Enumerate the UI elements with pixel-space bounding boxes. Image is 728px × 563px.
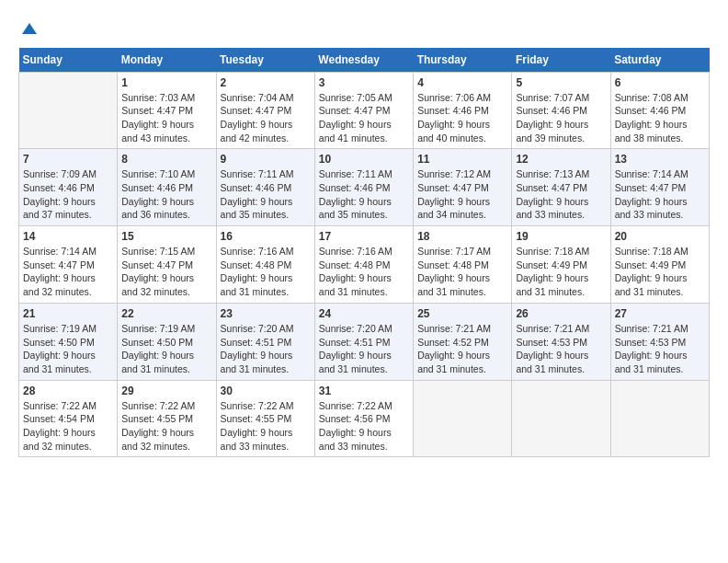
day-number: 19 (516, 230, 606, 243)
calendar-cell (610, 380, 709, 457)
calendar-cell: 10Sunrise: 7:11 AM Sunset: 4:46 PM Dayli… (314, 149, 413, 226)
calendar-cell: 18Sunrise: 7:17 AM Sunset: 4:48 PM Dayli… (414, 226, 512, 304)
calendar-cell: 2Sunrise: 7:04 AM Sunset: 4:47 PM Daylig… (216, 72, 314, 149)
calendar-cell: 1Sunrise: 7:03 AM Sunset: 4:47 PM Daylig… (118, 72, 216, 149)
calendar-week-row: 28Sunrise: 7:22 AM Sunset: 4:54 PM Dayli… (19, 380, 710, 457)
calendar-cell: 28Sunrise: 7:22 AM Sunset: 4:54 PM Dayli… (19, 380, 118, 457)
day-number: 30 (221, 385, 311, 397)
day-info: Sunrise: 7:06 AM Sunset: 4:46 PM Dayligh… (417, 91, 507, 145)
svg-marker-0 (22, 23, 37, 34)
calendar-cell: 23Sunrise: 7:20 AM Sunset: 4:51 PM Dayli… (216, 303, 314, 380)
day-info: Sunrise: 7:16 AM Sunset: 4:48 PM Dayligh… (319, 245, 409, 299)
day-info: Sunrise: 7:09 AM Sunset: 4:46 PM Dayligh… (23, 167, 113, 222)
day-number: 24 (319, 307, 409, 320)
day-info: Sunrise: 7:03 AM Sunset: 4:47 PM Dayligh… (121, 91, 211, 145)
day-number: 28 (23, 385, 113, 397)
day-number: 11 (417, 153, 507, 166)
day-info: Sunrise: 7:17 AM Sunset: 4:48 PM Dayligh… (417, 245, 507, 299)
day-info: Sunrise: 7:20 AM Sunset: 4:51 PM Dayligh… (221, 322, 311, 376)
day-info: Sunrise: 7:21 AM Sunset: 4:52 PM Dayligh… (417, 322, 507, 376)
calendar-cell: 26Sunrise: 7:21 AM Sunset: 4:53 PM Dayli… (512, 303, 610, 380)
calendar-cell: 31Sunrise: 7:22 AM Sunset: 4:56 PM Dayli… (314, 380, 413, 457)
page-header (18, 18, 710, 39)
calendar-cell: 15Sunrise: 7:15 AM Sunset: 4:47 PM Dayli… (118, 226, 216, 304)
day-info: Sunrise: 7:08 AM Sunset: 4:46 PM Dayligh… (615, 91, 705, 145)
calendar-cell: 16Sunrise: 7:16 AM Sunset: 4:48 PM Dayli… (216, 226, 314, 304)
calendar-cell: 17Sunrise: 7:16 AM Sunset: 4:48 PM Dayli… (314, 226, 413, 304)
day-info: Sunrise: 7:18 AM Sunset: 4:49 PM Dayligh… (516, 245, 606, 299)
day-info: Sunrise: 7:14 AM Sunset: 4:47 PM Dayligh… (615, 167, 705, 222)
day-number: 22 (121, 307, 211, 320)
day-number: 15 (121, 230, 211, 243)
calendar-cell: 29Sunrise: 7:22 AM Sunset: 4:55 PM Dayli… (118, 380, 216, 457)
day-info: Sunrise: 7:18 AM Sunset: 4:49 PM Dayligh… (615, 245, 705, 299)
day-number: 31 (319, 385, 409, 397)
day-info: Sunrise: 7:07 AM Sunset: 4:46 PM Dayligh… (516, 91, 606, 145)
calendar-cell: 19Sunrise: 7:18 AM Sunset: 4:49 PM Dayli… (512, 226, 610, 304)
day-info: Sunrise: 7:05 AM Sunset: 4:47 PM Dayligh… (319, 91, 409, 145)
calendar-week-row: 1Sunrise: 7:03 AM Sunset: 4:47 PM Daylig… (19, 72, 710, 149)
calendar-header-row: SundayMondayTuesdayWednesdayThursdayFrid… (19, 48, 710, 73)
day-info: Sunrise: 7:11 AM Sunset: 4:46 PM Dayligh… (221, 167, 311, 222)
header-tuesday: Tuesday (216, 48, 314, 73)
calendar-cell: 30Sunrise: 7:22 AM Sunset: 4:55 PM Dayli… (216, 380, 314, 457)
day-info: Sunrise: 7:22 AM Sunset: 4:54 PM Dayligh… (23, 399, 113, 454)
calendar-table: SundayMondayTuesdayWednesdayThursdayFrid… (18, 48, 710, 458)
header-thursday: Thursday (414, 48, 512, 73)
day-info: Sunrise: 7:19 AM Sunset: 4:50 PM Dayligh… (23, 322, 113, 376)
header-friday: Friday (512, 48, 610, 73)
day-number: 4 (417, 76, 507, 89)
calendar-cell (414, 380, 512, 457)
calendar-week-row: 14Sunrise: 7:14 AM Sunset: 4:47 PM Dayli… (19, 226, 710, 304)
day-number: 5 (516, 76, 606, 89)
calendar-cell: 7Sunrise: 7:09 AM Sunset: 4:46 PM Daylig… (19, 149, 118, 226)
day-info: Sunrise: 7:16 AM Sunset: 4:48 PM Dayligh… (221, 245, 311, 299)
day-info: Sunrise: 7:13 AM Sunset: 4:47 PM Dayligh… (516, 167, 606, 222)
header-monday: Monday (118, 48, 216, 73)
day-info: Sunrise: 7:19 AM Sunset: 4:50 PM Dayligh… (121, 322, 211, 376)
calendar-cell: 11Sunrise: 7:12 AM Sunset: 4:47 PM Dayli… (414, 149, 512, 226)
day-number: 20 (615, 230, 705, 243)
header-wednesday: Wednesday (314, 48, 413, 73)
day-info: Sunrise: 7:04 AM Sunset: 4:47 PM Dayligh… (221, 91, 311, 145)
day-number: 29 (121, 385, 211, 397)
day-number: 21 (23, 307, 113, 320)
day-info: Sunrise: 7:15 AM Sunset: 4:47 PM Dayligh… (121, 245, 211, 299)
day-number: 16 (221, 230, 311, 243)
day-info: Sunrise: 7:11 AM Sunset: 4:46 PM Dayligh… (319, 167, 409, 222)
calendar-cell: 13Sunrise: 7:14 AM Sunset: 4:47 PM Dayli… (610, 149, 709, 226)
day-number: 3 (319, 76, 409, 89)
calendar-cell: 22Sunrise: 7:19 AM Sunset: 4:50 PM Dayli… (118, 303, 216, 380)
day-number: 7 (23, 153, 113, 166)
calendar-cell (512, 380, 610, 457)
day-number: 23 (221, 307, 311, 320)
calendar-cell: 27Sunrise: 7:21 AM Sunset: 4:53 PM Dayli… (610, 303, 709, 380)
calendar-cell: 12Sunrise: 7:13 AM Sunset: 4:47 PM Dayli… (512, 149, 610, 226)
calendar-cell (19, 72, 118, 149)
day-info: Sunrise: 7:22 AM Sunset: 4:55 PM Dayligh… (221, 399, 311, 454)
calendar-cell: 14Sunrise: 7:14 AM Sunset: 4:47 PM Dayli… (19, 226, 118, 304)
day-info: Sunrise: 7:14 AM Sunset: 4:47 PM Dayligh… (23, 245, 113, 299)
day-number: 10 (319, 153, 409, 166)
day-number: 27 (615, 307, 705, 320)
calendar-cell: 8Sunrise: 7:10 AM Sunset: 4:46 PM Daylig… (118, 149, 216, 226)
day-info: Sunrise: 7:10 AM Sunset: 4:46 PM Dayligh… (121, 167, 211, 222)
day-number: 13 (615, 153, 705, 166)
day-number: 8 (121, 153, 211, 166)
header-saturday: Saturday (610, 48, 709, 73)
calendar-cell: 25Sunrise: 7:21 AM Sunset: 4:52 PM Dayli… (414, 303, 512, 380)
day-info: Sunrise: 7:12 AM Sunset: 4:47 PM Dayligh… (417, 167, 507, 222)
day-number: 18 (417, 230, 507, 243)
day-info: Sunrise: 7:21 AM Sunset: 4:53 PM Dayligh… (516, 322, 606, 376)
day-number: 6 (615, 76, 705, 89)
day-number: 9 (221, 153, 311, 166)
day-number: 14 (23, 230, 113, 243)
calendar-week-row: 7Sunrise: 7:09 AM Sunset: 4:46 PM Daylig… (19, 149, 710, 226)
day-number: 17 (319, 230, 409, 243)
day-number: 25 (417, 307, 507, 320)
calendar-cell: 20Sunrise: 7:18 AM Sunset: 4:49 PM Dayli… (610, 226, 709, 304)
calendar-cell: 3Sunrise: 7:05 AM Sunset: 4:47 PM Daylig… (314, 72, 413, 149)
calendar-cell: 6Sunrise: 7:08 AM Sunset: 4:46 PM Daylig… (610, 72, 709, 149)
day-info: Sunrise: 7:20 AM Sunset: 4:51 PM Dayligh… (319, 322, 409, 376)
calendar-cell: 9Sunrise: 7:11 AM Sunset: 4:46 PM Daylig… (216, 149, 314, 226)
